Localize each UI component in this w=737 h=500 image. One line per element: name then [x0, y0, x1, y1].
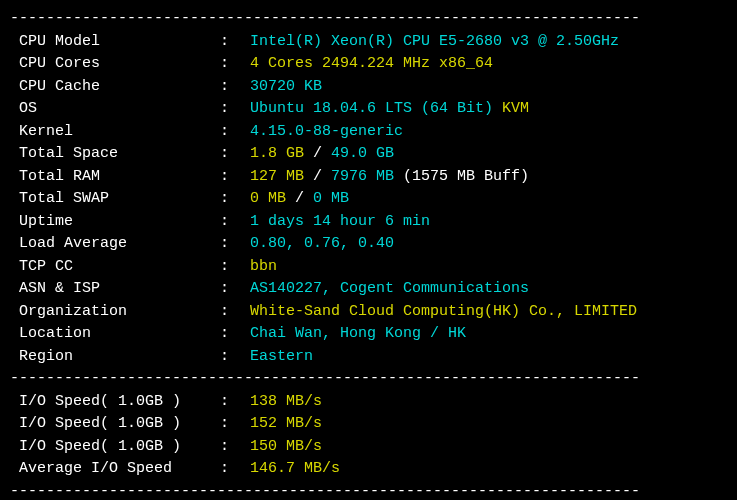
row-cpu-cache: CPU Cache : 30720 KB: [10, 76, 727, 99]
colon: :: [220, 391, 250, 414]
row-os: OS : Ubuntu 18.04.6 LTS (64 Bit) KVM: [10, 98, 727, 121]
label-cpu-cores: CPU Cores: [10, 53, 220, 76]
colon: :: [220, 278, 250, 301]
space-sep: /: [304, 143, 331, 166]
row-io-average: Average I/O Speed : 146.7 MB/s: [10, 458, 727, 481]
row-region: Region : Eastern: [10, 346, 727, 369]
colon: :: [220, 211, 250, 234]
value-io-3: 150 MB/s: [250, 436, 322, 459]
label-region: Region: [10, 346, 220, 369]
label-io-1: I/O Speed( 1.0GB ): [10, 391, 220, 414]
label-uptime: Uptime: [10, 211, 220, 234]
row-location: Location : Chai Wan, Hong Kong / HK: [10, 323, 727, 346]
row-io-2: I/O Speed( 1.0GB ) : 152 MB/s: [10, 413, 727, 436]
value-tcp-cc: bbn: [250, 256, 277, 279]
label-total-ram: Total RAM: [10, 166, 220, 189]
label-location: Location: [10, 323, 220, 346]
colon: :: [220, 436, 250, 459]
colon: :: [220, 143, 250, 166]
label-cpu-model: CPU Model: [10, 31, 220, 54]
label-cpu-cache: CPU Cache: [10, 76, 220, 99]
ram-sep: /: [304, 166, 331, 189]
colon: :: [220, 121, 250, 144]
colon: :: [220, 31, 250, 54]
colon: :: [220, 76, 250, 99]
value-swap-used: 0 MB: [250, 188, 286, 211]
value-io-average: 146.7 MB/s: [250, 458, 340, 481]
value-ram-buff: (1575 MB Buff): [403, 166, 529, 189]
row-kernel: Kernel : 4.15.0-88-generic: [10, 121, 727, 144]
value-io-2: 152 MB/s: [250, 413, 322, 436]
value-space-used: 1.8 GB: [250, 143, 304, 166]
row-organization: Organization : White-Sand Cloud Computin…: [10, 301, 727, 324]
label-io-3: I/O Speed( 1.0GB ): [10, 436, 220, 459]
label-total-swap: Total SWAP: [10, 188, 220, 211]
row-load-average: Load Average : 0.80, 0.76, 0.40: [10, 233, 727, 256]
row-total-space: Total Space : 1.8 GB / 49.0 GB: [10, 143, 727, 166]
row-cpu-model: CPU Model : Intel(R) Xeon(R) CPU E5-2680…: [10, 31, 727, 54]
row-total-ram: Total RAM : 127 MB / 7976 MB (1575 MB Bu…: [10, 166, 727, 189]
row-cpu-cores: CPU Cores : 4 Cores 2494.224 MHz x86_64: [10, 53, 727, 76]
row-uptime: Uptime : 1 days 14 hour 6 min: [10, 211, 727, 234]
row-asn-isp: ASN & ISP : AS140227, Cogent Communicati…: [10, 278, 727, 301]
label-asn-isp: ASN & ISP: [10, 278, 220, 301]
value-cpu-cores: 4 Cores 2494.224 MHz x86_64: [250, 53, 493, 76]
colon: :: [220, 346, 250, 369]
colon: :: [220, 166, 250, 189]
label-io-2: I/O Speed( 1.0GB ): [10, 413, 220, 436]
colon: :: [220, 53, 250, 76]
value-swap-total: 0 MB: [313, 188, 349, 211]
value-region: Eastern: [250, 346, 313, 369]
colon: :: [220, 458, 250, 481]
colon: :: [220, 301, 250, 324]
value-uptime: 1 days 14 hour 6 min: [250, 211, 430, 234]
colon: :: [220, 413, 250, 436]
value-location: Chai Wan, Hong Kong / HK: [250, 323, 466, 346]
terminal-output: ----------------------------------------…: [10, 8, 727, 500]
value-os-kvm: KVM: [502, 98, 529, 121]
value-cpu-cache: 30720 KB: [250, 76, 322, 99]
value-cpu-model: Intel(R) Xeon(R) CPU E5-2680 v3 @ 2.50GH…: [250, 31, 619, 54]
value-asn-isp: AS140227, Cogent Communications: [250, 278, 529, 301]
label-io-average: Average I/O Speed: [10, 458, 220, 481]
value-kernel: 4.15.0-88-generic: [250, 121, 403, 144]
swap-sep: /: [286, 188, 313, 211]
value-organization: White-Sand Cloud Computing(HK) Co., LIMI…: [250, 301, 637, 324]
colon: :: [220, 98, 250, 121]
colon: :: [220, 323, 250, 346]
label-total-space: Total Space: [10, 143, 220, 166]
divider-middle: ----------------------------------------…: [10, 368, 727, 391]
label-kernel: Kernel: [10, 121, 220, 144]
value-io-1: 138 MB/s: [250, 391, 322, 414]
label-organization: Organization: [10, 301, 220, 324]
colon: :: [220, 256, 250, 279]
value-space-total: 49.0 GB: [331, 143, 394, 166]
row-io-1: I/O Speed( 1.0GB ) : 138 MB/s: [10, 391, 727, 414]
row-total-swap: Total SWAP : 0 MB / 0 MB: [10, 188, 727, 211]
colon: :: [220, 188, 250, 211]
divider-bottom: ----------------------------------------…: [10, 481, 727, 501]
label-os: OS: [10, 98, 220, 121]
row-tcp-cc: TCP CC : bbn: [10, 256, 727, 279]
value-load-average: 0.80, 0.76, 0.40: [250, 233, 394, 256]
divider-top: ----------------------------------------…: [10, 8, 727, 31]
value-ram-used: 127 MB: [250, 166, 304, 189]
value-os-main: Ubuntu 18.04.6 LTS (64 Bit): [250, 98, 502, 121]
label-tcp-cc: TCP CC: [10, 256, 220, 279]
value-ram-total: 7976 MB: [331, 166, 403, 189]
row-io-3: I/O Speed( 1.0GB ) : 150 MB/s: [10, 436, 727, 459]
label-load-average: Load Average: [10, 233, 220, 256]
colon: :: [220, 233, 250, 256]
